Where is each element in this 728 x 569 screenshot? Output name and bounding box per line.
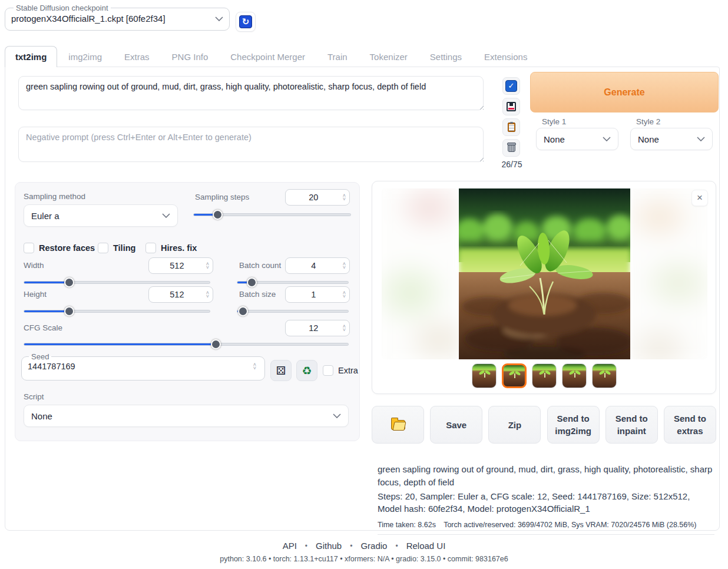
seed-label: Seed: [29, 352, 51, 361]
gallery-thumbnail-2-selected[interactable]: [502, 363, 527, 388]
footer-link-api[interactable]: API: [283, 541, 297, 551]
checkpoint-selector[interactable]: Stable Diffusion checkpoint protogenX34O…: [5, 4, 230, 31]
tab-settings[interactable]: Settings: [419, 47, 473, 67]
footer-link-reload-ui[interactable]: Reload UI: [406, 541, 446, 551]
stepper-arrows[interactable]: ˄˅: [342, 262, 349, 269]
slider-thumb[interactable]: [213, 210, 223, 220]
save-style-button[interactable]: [502, 98, 520, 115]
generated-image[interactable]: [459, 188, 630, 359]
style1-label: Style 1: [542, 117, 566, 126]
gallery-side-preview: [382, 188, 458, 359]
info-performance: Time taken: 8.62s Torch active/reserved:…: [378, 520, 714, 535]
style1-dropdown[interactable]: None: [536, 128, 618, 150]
batch-size-slider[interactable]: [237, 306, 349, 316]
tab-extras[interactable]: Extras: [113, 47, 161, 67]
send-to-img2img-button[interactable]: Send to img2img: [547, 406, 600, 444]
height-value: 512: [149, 290, 205, 299]
width-label: Width: [24, 261, 44, 270]
tiling-checkbox[interactable]: [98, 243, 108, 253]
tab-extensions[interactable]: Extensions: [473, 47, 538, 67]
slider-thumb[interactable]: [64, 306, 74, 316]
chevron-down-icon: [162, 213, 170, 218]
separator-dot: •: [305, 542, 307, 550]
version-info: python: 3.10.6 • torch: 1.13.1+cu117 • x…: [0, 555, 728, 563]
image-actions: Save Zip Send to img2img Send to inpaint…: [372, 406, 716, 444]
style2-dropdown[interactable]: None: [630, 128, 713, 150]
slider-thumb[interactable]: [64, 277, 74, 287]
save-button[interactable]: Save: [430, 406, 482, 444]
stepper-arrows[interactable]: ˄˅: [205, 291, 213, 298]
script-dropdown[interactable]: None: [24, 405, 349, 427]
extra-seed-option: Extra: [323, 365, 358, 376]
sampling-method-dropdown[interactable]: Euler a: [24, 204, 178, 227]
send-to-inpaint-button[interactable]: Send to inpaint: [605, 406, 658, 444]
paste-params-button[interactable]: ✓: [502, 77, 520, 95]
gallery-thumbnail-4[interactable]: [562, 363, 587, 388]
hires-fix-label: Hires. fix: [161, 243, 197, 253]
extra-checkbox[interactable]: [323, 365, 333, 376]
separator-dot: •: [395, 542, 398, 550]
dice-icon: ⚄: [276, 364, 286, 378]
seed-field[interactable]: Seed 1441787169 ˄˅: [21, 352, 265, 381]
sampling-steps-input[interactable]: 20 ˄˅: [285, 189, 350, 206]
reuse-seed-button[interactable]: ♻: [296, 360, 317, 381]
extra-label: Extra: [338, 366, 358, 375]
app-root: Stable Diffusion checkpoint protogenX34O…: [0, 0, 728, 569]
width-input[interactable]: 512 ˄˅: [148, 257, 213, 274]
stepper-arrows[interactable]: ˄˅: [342, 291, 349, 298]
zip-button[interactable]: Zip: [488, 406, 541, 444]
tab-train[interactable]: Train: [316, 47, 359, 67]
height-input[interactable]: 512 ˄˅: [148, 286, 213, 303]
tab-tokenizer[interactable]: Tokenizer: [359, 47, 419, 67]
batch-count-input[interactable]: 4 ˄˅: [285, 257, 350, 274]
stepper-arrows[interactable]: ˄˅: [342, 194, 349, 201]
check-icon: ✓: [505, 80, 517, 92]
hires-fix-checkbox[interactable]: [145, 243, 156, 253]
close-gallery-button[interactable]: ×: [691, 190, 708, 206]
slider-thumb[interactable]: [211, 339, 221, 349]
vram-usage: Torch active/reserved: 3699/4702 MiB, Sy…: [444, 521, 696, 529]
stepper-arrows[interactable]: ˄˅: [205, 262, 213, 269]
refresh-checkpoint-button[interactable]: ↻: [236, 12, 256, 32]
info-prompt: green sapling rowing out of ground, mud,…: [378, 463, 714, 489]
restore-faces-checkbox[interactable]: [24, 243, 34, 253]
tab-png-info[interactable]: PNG Info: [161, 47, 220, 67]
height-slider[interactable]: [24, 306, 210, 316]
open-folder-button[interactable]: [372, 406, 424, 444]
batch-size-input[interactable]: 1 ˄˅: [285, 286, 350, 303]
footer-link-github[interactable]: Github: [316, 541, 342, 551]
slider-thumb[interactable]: [247, 277, 257, 287]
stepper-arrows[interactable]: ˄˅: [252, 363, 260, 370]
send-to-extras-button[interactable]: Send to extras: [664, 406, 716, 444]
sampling-steps-label: Sampling steps: [195, 193, 249, 201]
chevron-down-icon: [215, 16, 223, 21]
footer-link-gradio[interactable]: Gradio: [360, 541, 387, 551]
tab-txt2img[interactable]: txt2img: [5, 46, 57, 67]
cfg-scale-input[interactable]: 12 ˄˅: [285, 320, 350, 336]
gallery-thumbnail-5[interactable]: [592, 363, 617, 388]
chevron-down-icon: [603, 137, 611, 141]
clear-prompt-button[interactable]: [502, 139, 520, 157]
sprout-icon: [574, 373, 575, 378]
floppy-disk-icon: [507, 102, 516, 111]
gallery-thumbnail-1[interactable]: [472, 363, 497, 388]
tab-img2img[interactable]: img2img: [57, 47, 113, 67]
sampling-steps-slider[interactable]: [193, 210, 351, 220]
script-value: None: [31, 411, 52, 421]
stepper-arrows[interactable]: ˄˅: [342, 325, 349, 332]
tab-checkpoint-merger[interactable]: Checkpoint Merger: [219, 47, 316, 67]
sampling-method-label: Sampling method: [24, 192, 85, 201]
tiling-option: Tiling: [98, 243, 135, 253]
height-label: Height: [24, 290, 47, 299]
prompt-input[interactable]: green sapling rowing out of ground, mud,…: [18, 76, 484, 110]
gallery-side-preview: [630, 188, 707, 359]
random-seed-button[interactable]: ⚄: [270, 360, 292, 381]
gallery-thumbnail-3[interactable]: [532, 363, 557, 388]
generate-button[interactable]: Generate: [530, 72, 719, 113]
negative-prompt-input[interactable]: [18, 127, 484, 162]
style1-value: None: [544, 134, 565, 144]
slider-thumb[interactable]: [238, 306, 248, 316]
cfg-scale-slider[interactable]: [24, 339, 349, 349]
time-taken: Time taken: 8.62s: [378, 521, 436, 529]
apply-style-button[interactable]: [502, 118, 520, 136]
